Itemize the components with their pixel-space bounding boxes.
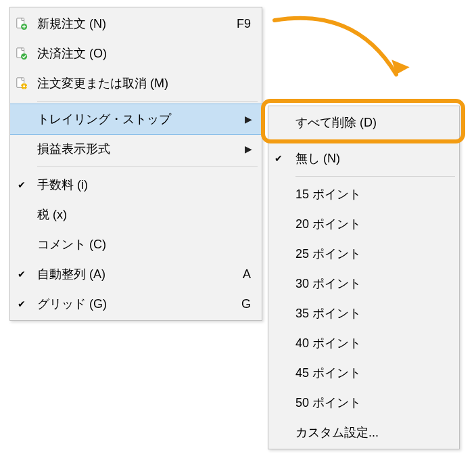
menu-item-label: 損益表示形式 bbox=[33, 141, 245, 157]
main_menu-item-7[interactable]: コメント (C) bbox=[10, 229, 262, 259]
svg-marker-11 bbox=[386, 56, 409, 78]
menu-item-label: 注文変更または取消 (M) bbox=[33, 75, 256, 91]
menu-separator bbox=[37, 166, 258, 167]
chevron-right-icon: ▶ bbox=[245, 143, 256, 154]
menu-separator bbox=[295, 176, 455, 177]
svg-point-6 bbox=[23, 85, 25, 87]
main_menu-item-2[interactable]: 注文変更または取消 (M) bbox=[10, 68, 262, 98]
menu-item-label: トレイリング・ストップ bbox=[33, 111, 245, 127]
sub_menu-item-7[interactable]: 40 ポイント bbox=[268, 328, 459, 358]
menu-item-label: 30 ポイント bbox=[289, 275, 454, 292]
sub_menu-item-4[interactable]: 25 ポイント bbox=[268, 239, 459, 269]
context-menu-main: 新規注文 (N)F9決済注文 (O)注文変更または取消 (M)トレイリング・スト… bbox=[9, 7, 262, 321]
main_menu-item-5[interactable]: ✔手数料 (i) bbox=[10, 170, 262, 200]
check-icon: ✔ bbox=[10, 269, 33, 280]
main_menu-item-4[interactable]: 損益表示形式▶ bbox=[10, 134, 262, 164]
menu-item-label: 手数料 (i) bbox=[33, 177, 256, 193]
menu-item-label: グリッド (G) bbox=[33, 296, 241, 312]
check-icon: ✔ bbox=[10, 179, 33, 190]
menu-item-label: 35 ポイント bbox=[289, 305, 454, 321]
check-icon: ✔ bbox=[268, 153, 289, 164]
menu-item-label: カスタム設定... bbox=[289, 424, 454, 441]
menu-item-label: 40 ポイント bbox=[289, 335, 454, 351]
sub_menu-item-2[interactable]: 15 ポイント bbox=[268, 179, 459, 209]
callout-arrow-icon bbox=[261, 7, 437, 108]
menu-item-label: 自動整列 (A) bbox=[33, 266, 243, 282]
menu-separator bbox=[37, 101, 258, 102]
menu-item-label: 税 (x) bbox=[33, 206, 256, 223]
doc-add-icon bbox=[10, 17, 33, 30]
menu-item-shortcut: A bbox=[243, 267, 256, 282]
sub_menu-item-6[interactable]: 35 ポイント bbox=[268, 298, 459, 328]
menu-item-label: 15 ポイント bbox=[289, 186, 454, 202]
menu-separator bbox=[295, 140, 455, 141]
sub_menu-item-8[interactable]: 45 ポイント bbox=[268, 358, 459, 388]
menu-item-label: 25 ポイント bbox=[289, 246, 454, 262]
chevron-right-icon: ▶ bbox=[245, 114, 256, 125]
sub_menu-item-5[interactable]: 30 ポイント bbox=[268, 269, 459, 298]
sub_menu-item-3[interactable]: 20 ポイント bbox=[268, 209, 459, 239]
menu-item-label: 50 ポイント bbox=[289, 395, 454, 411]
sub_menu-item-0[interactable]: すべて削除 (D) bbox=[268, 108, 459, 137]
menu-item-label: 45 ポイント bbox=[289, 365, 454, 381]
menu-item-label: コメント (C) bbox=[33, 236, 256, 252]
main_menu-item-3[interactable]: トレイリング・ストップ▶ bbox=[10, 104, 262, 135]
main_menu-item-1[interactable]: 決済注文 (O) bbox=[10, 39, 262, 68]
doc-gear-icon bbox=[10, 76, 33, 90]
menu-item-label: 新規注文 (N) bbox=[33, 16, 237, 32]
menu-item-shortcut: G bbox=[241, 297, 256, 311]
main_menu-item-6[interactable]: 税 (x) bbox=[10, 200, 262, 229]
main_menu-item-0[interactable]: 新規注文 (N)F9 bbox=[10, 9, 262, 39]
sub_menu-item-10[interactable]: カスタム設定... bbox=[268, 418, 459, 447]
svg-point-3 bbox=[21, 53, 27, 60]
menu-item-label: 無し (N) bbox=[289, 150, 454, 166]
context-menu-trailing-stop: すべて削除 (D)✔無し (N)15 ポイント20 ポイント25 ポイント30 … bbox=[268, 106, 460, 449]
main_menu-item-9[interactable]: ✔グリッド (G)G bbox=[10, 289, 262, 319]
sub_menu-item-9[interactable]: 50 ポイント bbox=[268, 388, 459, 418]
menu-item-label: 20 ポイント bbox=[289, 216, 454, 232]
doc-check-icon bbox=[10, 47, 33, 60]
menu-item-shortcut: F9 bbox=[237, 17, 256, 31]
menu-item-label: すべて削除 (D) bbox=[289, 114, 454, 131]
check-icon: ✔ bbox=[10, 298, 33, 309]
sub_menu-item-1[interactable]: ✔無し (N) bbox=[268, 143, 459, 173]
main_menu-item-8[interactable]: ✔自動整列 (A)A bbox=[10, 259, 262, 289]
menu-item-label: 決済注文 (O) bbox=[33, 45, 256, 62]
